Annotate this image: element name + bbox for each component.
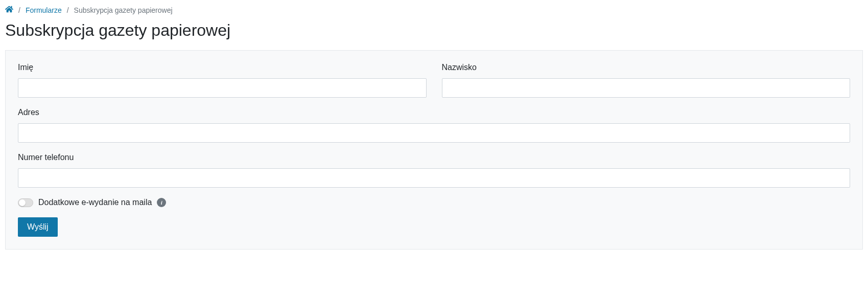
address-group: Adres (18, 108, 850, 143)
lastname-input[interactable] (442, 78, 851, 98)
phone-label: Numer telefonu (18, 153, 850, 162)
address-label: Adres (18, 108, 850, 117)
firstname-label: Imię (18, 63, 427, 72)
address-input[interactable] (18, 123, 850, 143)
submit-button[interactable]: Wyślij (18, 217, 58, 237)
firstname-group: Imię (18, 63, 427, 98)
page-title: Subskrypcja gazety papierowej (5, 21, 863, 40)
breadcrumb: / Formularze / Subskrypcja gazety papier… (5, 5, 863, 15)
eedition-label: Dodatkowe e-wydanie na maila (38, 198, 152, 207)
eedition-row: Dodatkowe e-wydanie na maila i (18, 198, 850, 207)
eedition-switch[interactable] (18, 198, 33, 207)
home-icon (5, 5, 13, 13)
breadcrumb-current: Subskrypcja gazety papierowej (74, 6, 173, 14)
lastname-label: Nazwisko (442, 63, 851, 72)
firstname-input[interactable] (18, 78, 427, 98)
lastname-group: Nazwisko (442, 63, 851, 98)
switch-slider (18, 198, 33, 207)
phone-group: Numer telefonu (18, 153, 850, 188)
form-card: Imię Nazwisko Adres Numer telefonu Dodat… (5, 50, 863, 250)
breadcrumb-separator: / (67, 6, 69, 14)
phone-input[interactable] (18, 168, 850, 188)
breadcrumb-forms-link[interactable]: Formularze (26, 6, 62, 14)
breadcrumb-separator: / (18, 6, 20, 14)
info-icon[interactable]: i (157, 198, 166, 207)
breadcrumb-home-link[interactable] (5, 5, 13, 15)
